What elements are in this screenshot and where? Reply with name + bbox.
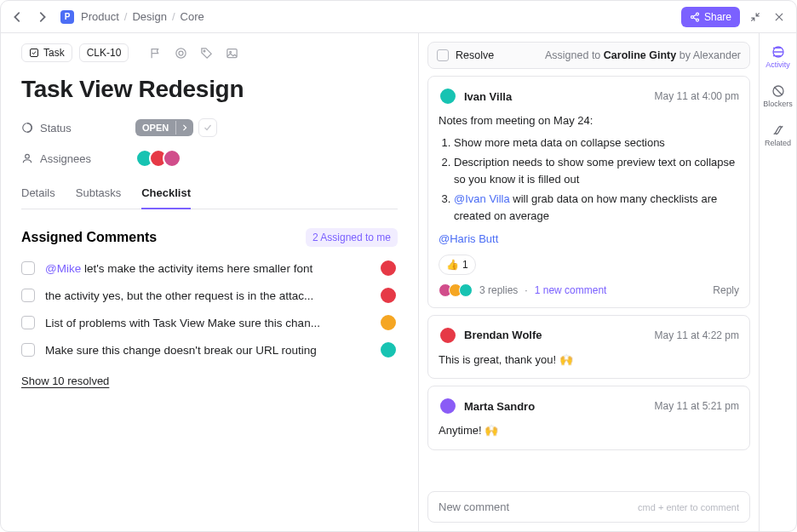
status-row: Status OPEN: [21, 118, 398, 137]
svg-point-0: [696, 13, 698, 15]
tab-subtasks[interactable]: Subtasks: [76, 180, 121, 209]
tab-checklist[interactable]: Checklist: [141, 180, 191, 209]
share-button[interactable]: Share: [681, 7, 740, 27]
resolve-label: Resolve: [456, 49, 494, 61]
rail-activity[interactable]: Activity: [760, 38, 796, 76]
avatar: [379, 340, 398, 359]
task-chipbar: Task CLK-10: [21, 43, 398, 62]
breadcrumb-item[interactable]: Design: [132, 10, 166, 23]
complete-toggle[interactable]: [198, 118, 217, 137]
avatar: [379, 259, 398, 277]
svg-point-10: [26, 154, 30, 158]
comment-author: Ivan Villa: [464, 90, 512, 103]
list-item: List of problems with Task View Make sur…: [21, 313, 398, 332]
assignee-avatars[interactable]: [135, 149, 181, 168]
composer-placeholder: New comment: [439, 501, 509, 513]
checkbox[interactable]: [21, 316, 35, 329]
status-pill[interactable]: OPEN: [135, 119, 193, 136]
list-item: the activity yes, but the other request …: [21, 286, 398, 305]
image-icon[interactable]: [222, 43, 241, 62]
rail-related[interactable]: Related: [760, 117, 796, 154]
sprint-icon[interactable]: [171, 43, 190, 62]
comment-timestamp: May 11 at 4:22 pm: [655, 329, 739, 341]
svg-rect-7: [227, 49, 237, 57]
reaction-chip[interactable]: 👍1: [439, 255, 476, 275]
nav-back[interactable]: [9, 9, 26, 26]
svg-rect-3: [31, 49, 38, 57]
list-item: Make sure this change doesn't break our …: [21, 340, 398, 359]
assigned-to-me-badge[interactable]: 2 Assigned to me: [306, 228, 398, 247]
comment-author: Brendan Wolfe: [464, 329, 542, 341]
activity-panel: Resolve Assigned to Caroline Ginty by Al…: [418, 33, 759, 531]
rail-blockers[interactable]: Blockers: [760, 77, 796, 115]
comment-author: Marta Sandro: [464, 400, 535, 413]
avatar: [439, 397, 457, 415]
avatar: [379, 286, 398, 305]
show-resolved-link[interactable]: Show 10 resolved: [21, 375, 398, 387]
comment-card: Marta Sandro May 11 at 5:21 pm Anytime! …: [427, 386, 750, 450]
collapse-icon[interactable]: [747, 9, 764, 26]
avatar: [163, 149, 181, 168]
comment-footer: 3 replies · 1 new comment Reply: [439, 283, 739, 297]
resolve-checkbox[interactable]: [437, 49, 449, 61]
breadcrumb-item[interactable]: Core: [181, 10, 204, 23]
reply-avatars: [439, 283, 473, 297]
avatar: [379, 313, 398, 332]
checkbox[interactable]: [21, 289, 35, 302]
assignees-row: Assignees: [21, 149, 398, 168]
reply-button[interactable]: Reply: [713, 284, 739, 296]
assigned-comments-title: Assigned Comments: [21, 230, 157, 245]
task-type-chip[interactable]: Task: [21, 43, 72, 62]
svg-point-6: [204, 50, 205, 52]
mention-link[interactable]: @Haris Butt: [439, 232, 498, 245]
svg-point-8: [230, 51, 232, 53]
status-next-icon[interactable]: [175, 121, 193, 134]
close-icon[interactable]: [771, 9, 788, 26]
comment-timestamp: May 11 at 5:21 pm: [655, 400, 739, 412]
tag-icon[interactable]: [197, 43, 215, 62]
svg-point-4: [176, 48, 186, 57]
status-label: Status: [21, 122, 123, 134]
project-icon: P: [60, 10, 74, 24]
side-rail: Activity Blockers Related: [759, 33, 796, 531]
tab-bar: Details Subtasks Checklist: [21, 180, 398, 209]
avatar: [439, 326, 457, 345]
checkbox[interactable]: [21, 261, 35, 275]
nav-forward[interactable]: [33, 9, 50, 26]
svg-point-5: [179, 51, 183, 55]
flag-icon[interactable]: [146, 43, 164, 62]
breadcrumb-item[interactable]: Product: [81, 10, 119, 23]
page-title: Task View Redesign: [21, 76, 398, 103]
new-comment-link[interactable]: 1 new comment: [535, 284, 607, 296]
assignees-label: Assignees: [21, 152, 123, 165]
tab-details[interactable]: Details: [21, 180, 55, 209]
task-id-chip[interactable]: CLK-10: [79, 43, 129, 62]
avatar: [439, 87, 457, 106]
comment-timestamp: May 11 at 4:00 pm: [655, 90, 739, 102]
checkbox[interactable]: [21, 343, 35, 357]
breadcrumb: Product/ Design/ Core: [81, 10, 204, 23]
resolve-bar: Resolve Assigned to Caroline Ginty by Al…: [427, 42, 750, 69]
comment-card: Brendan Wolfe May 11 at 4:22 pm This is …: [427, 315, 750, 380]
svg-point-1: [691, 15, 693, 18]
resolve-meta: Assigned to Caroline Ginty by Alexander: [545, 49, 741, 61]
topbar: P Product/ Design/ Core Share: [1, 1, 796, 33]
comment-card: Ivan Villa May 11 at 4:00 pm Notes from …: [427, 76, 750, 308]
list-item: @Mike let's make the activity items here…: [21, 259, 398, 277]
comment-composer[interactable]: New comment cmd + enter to comment: [427, 491, 750, 523]
svg-point-2: [696, 19, 698, 21]
composer-hint: cmd + enter to comment: [638, 502, 739, 512]
assigned-comments-list: @Mike let's make the activity items here…: [21, 259, 398, 359]
